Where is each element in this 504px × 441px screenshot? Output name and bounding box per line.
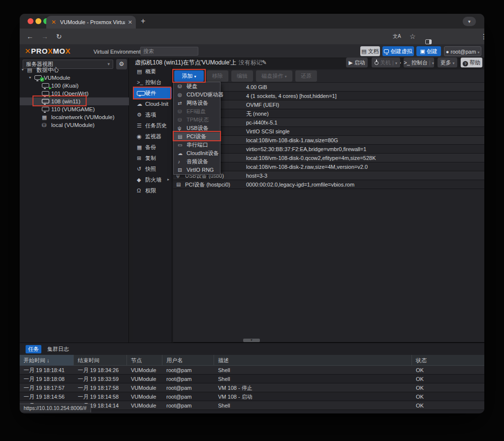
user-menu-button[interactable]: ● root@pam ▾ <box>444 46 481 56</box>
add-menu-item-label: EFI磁盘 <box>187 108 206 114</box>
add-menu-item[interactable]: ☁CloudInit设备 <box>174 149 220 158</box>
column-header-user[interactable]: 用户名 <box>162 355 214 366</box>
vm-menu-item[interactable]: >_控制台 <box>133 77 172 88</box>
tree-item-label: localnetwork (VUModule) <box>49 114 114 120</box>
add-menu-item[interactable]: ⇄网络设备 <box>174 99 220 107</box>
tree-item[interactable]: ⛁local (VUModule) <box>20 121 129 129</box>
task-status: OK <box>412 383 424 392</box>
add-menu-item[interactable]: ◎CD/DVD驱动器 <box>174 91 220 99</box>
translate-icon[interactable]: 文A <box>393 29 401 44</box>
task-row[interactable]: 一月 19 18:18:08 一月 19 18:33:59 VUModule r… <box>20 375 484 383</box>
column-header-start-time[interactable]: 开始时间 ↓ <box>20 355 74 366</box>
hardware-row-value: local:108/vm-108-disk-1.raw,size=80G <box>246 136 338 145</box>
tree-item[interactable]: 108 (win11) <box>20 97 129 105</box>
task-row[interactable]: 一月 19 18:14:56 一月 19 18:14:58 VUModule r… <box>20 392 484 401</box>
shutdown-button[interactable]: 关机|▾ <box>372 58 400 67</box>
resource-tree: ▾▤数据中心 ▾VUModule 100 (iKuai) 101 (OpenWr… <box>20 66 129 129</box>
hardware-row-value: OVMF (UEFI) <box>246 100 279 109</box>
tree-item-label: 100 (iKuai) <box>49 83 79 89</box>
efi-disk-icon: ⛁ <box>178 107 187 116</box>
task-description: VM 108 - 停止 <box>214 383 252 392</box>
browser-window: ✕ VUModule - Proxmox Virtual E ✕ + ▾ ← →… <box>20 14 484 413</box>
help-button[interactable]: ? 帮助 <box>461 58 482 67</box>
task-row[interactable]: 一月 19 18:17:57 一月 19 18:17:58 VUModule r… <box>20 383 484 392</box>
browser-tab[interactable]: ✕ VUModule - Proxmox Virtual E ✕ <box>46 16 136 29</box>
reload-icon[interactable]: ↻ <box>56 29 62 44</box>
column-header-status[interactable]: 状态 <box>412 355 482 366</box>
serial-port-icon: ▭ <box>178 141 187 149</box>
task-table-header: 开始时间 ↓ 结束时间 节点 用户名 描述 状态 <box>20 355 484 366</box>
tree-item[interactable]: 100 (iKuai) <box>20 82 129 90</box>
hardware-row-value: local:108/vm-108-disk-0.qcow2,efitype=4m… <box>246 154 376 162</box>
vm-menu-item[interactable]: ▤概要 <box>133 66 172 77</box>
start-button[interactable]: ▶ 启动 <box>346 58 368 67</box>
search-input[interactable] <box>140 47 198 56</box>
vm-menu-item[interactable]: ↺快照 <box>133 163 172 174</box>
browser-menu-icon[interactable]: ⋮ <box>480 29 484 44</box>
tree-item[interactable]: ▾VUModule <box>20 74 129 82</box>
add-menu-item-label: CloudInit设备 <box>187 150 219 156</box>
add-menu-item[interactable]: ⛁硬盘 <box>174 82 220 91</box>
caret-icon[interactable]: ▾ <box>29 74 34 82</box>
resource-tree-panel: 服务器视图▾ ⚙ ▾▤数据中心 ▾VUModule 100 (iKuai) 10… <box>20 58 129 343</box>
add-button[interactable]: 添加 ▾ <box>174 70 204 82</box>
vm-menu-item[interactable]: ◆防火墙▸ <box>133 174 172 185</box>
panel-splitter[interactable]: ▼ <box>243 339 260 342</box>
gear-icon: ⚙ <box>137 109 145 120</box>
column-header-node[interactable]: 节点 <box>127 355 162 366</box>
add-menu-item-label: 串行端口 <box>187 142 208 148</box>
tab-close-icon[interactable]: ✕ <box>128 16 132 29</box>
add-menu-item[interactable]: ⚄VirtIO RNG <box>174 166 220 174</box>
vm-menu-item[interactable]: Ω权限 <box>133 185 172 196</box>
docs-button[interactable]: ▤ 文档 <box>360 46 380 56</box>
vm-menu-item[interactable]: 硬件 <box>133 88 172 98</box>
vm-menu-item[interactable]: ⚙选项 <box>133 109 172 120</box>
vm-menu-item[interactable]: ☰任务历史 <box>133 120 172 131</box>
window-close-button[interactable] <box>28 18 33 24</box>
vm-menu-item[interactable]: ⊞复制 <box>133 153 172 163</box>
new-tab-button[interactable]: + <box>141 16 145 27</box>
tree-item[interactable]: 110 (VUMGAME) <box>20 105 129 113</box>
add-menu-item-label: 网络设备 <box>187 100 208 106</box>
column-header-end-time[interactable]: 结束时间 <box>74 355 127 366</box>
tab-cluster-log[interactable]: 集群日志 <box>44 345 72 353</box>
tab-search-button[interactable]: ▾ <box>463 17 476 26</box>
tree-item[interactable]: ▾▤数据中心 <box>20 66 129 74</box>
question-icon: ? <box>463 61 468 66</box>
task-history-icon: ☰ <box>137 120 145 131</box>
forward-icon[interactable]: → <box>41 29 48 44</box>
add-menu-item[interactable]: ♪音频设备 <box>174 158 220 166</box>
add-menu-item-label: TPM状态 <box>187 117 209 123</box>
vm-menu-item[interactable]: ☁Cloud-Init <box>133 98 172 109</box>
add-menu-item[interactable]: ▤PCI设备 <box>174 132 220 141</box>
tree-item[interactable]: 101 (OpenWrt) <box>20 90 129 97</box>
task-user: root@pam <box>162 375 192 383</box>
pci-icon: ▤ <box>176 180 184 189</box>
column-header-description[interactable]: 描述 <box>214 355 412 366</box>
hardware-row-value: host=3-3 <box>246 171 267 180</box>
add-menu-item[interactable]: ψUSB设备 <box>174 124 220 132</box>
tpm-icon: ⛁ <box>178 116 187 124</box>
tab-tasks[interactable]: 任务 <box>26 345 41 353</box>
bookmark-star-icon[interactable]: ☆ <box>410 29 416 44</box>
task-start-time: 一月 19 18:18:41 <box>20 366 64 375</box>
back-icon[interactable]: ← <box>27 29 33 44</box>
create-vm-button[interactable]: 创建虚拟机 <box>382 46 414 56</box>
hardware-row-value: VirtIO SCSI single <box>246 127 289 136</box>
desktop-background: ✕ VUModule - Proxmox Virtual E ✕ + ▾ ← →… <box>0 0 504 441</box>
vm-menu-item[interactable]: ▦备份 <box>133 142 172 153</box>
side-panel-icon[interactable] <box>425 34 432 39</box>
caret-icon[interactable]: ▾ <box>22 66 27 74</box>
tree-item[interactable]: ▦localnetwork (VUModule) <box>20 113 129 121</box>
console-button[interactable]: >_ 控制台|▾ <box>404 58 434 67</box>
create-ct-button[interactable]: ▣ 创建CT <box>416 46 441 56</box>
edit-tags-icon[interactable]: ✎ <box>262 58 267 67</box>
vm-menu-item[interactable]: ◉监视器 <box>133 131 172 142</box>
vm-menu-item-label: 控制台 <box>145 79 161 85</box>
window-minimize-button[interactable] <box>35 18 41 24</box>
vm-menu-item-label: 概要 <box>145 68 156 74</box>
more-button[interactable]: 更多 ▾ <box>438 58 457 67</box>
hardware-row[interactable]: ▤PCI设备 (hostpci0)0000:00:02.0,legacy-igd… <box>173 180 484 189</box>
task-row[interactable]: 一月 19 18:18:41 一月 19 18:34:26 VUModule r… <box>20 366 484 375</box>
add-menu-item[interactable]: ▭串行端口 <box>174 141 220 149</box>
